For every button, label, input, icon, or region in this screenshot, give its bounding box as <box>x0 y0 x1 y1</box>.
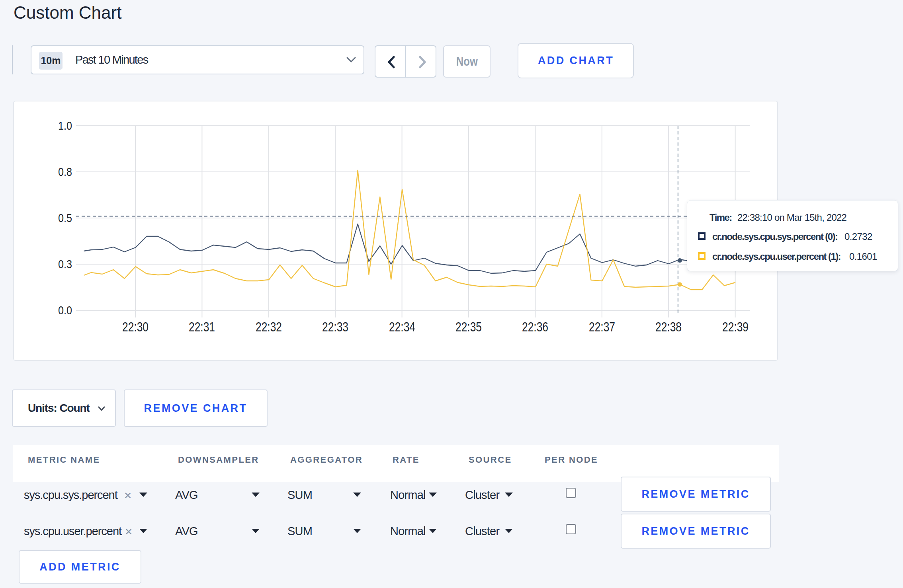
svg-text:0.0: 0.0 <box>58 304 72 317</box>
svg-text:22:39: 22:39 <box>722 319 749 334</box>
svg-text:0.5: 0.5 <box>58 211 72 224</box>
svg-text:1.0: 1.0 <box>58 119 72 132</box>
svg-text:22:34: 22:34 <box>389 319 415 334</box>
svg-text:22:33: 22:33 <box>322 319 348 334</box>
svg-text:0.3: 0.3 <box>58 257 72 271</box>
svg-text:22:30: 22:30 <box>122 319 149 334</box>
svg-text:22:32: 22:32 <box>256 319 282 334</box>
svg-text:0.8: 0.8 <box>58 165 72 178</box>
svg-text:22:31: 22:31 <box>189 319 215 334</box>
svg-text:22:38: 22:38 <box>655 319 682 334</box>
svg-text:22:37: 22:37 <box>589 319 615 334</box>
svg-text:22:36: 22:36 <box>522 319 548 334</box>
svg-text:22:35: 22:35 <box>455 319 482 334</box>
